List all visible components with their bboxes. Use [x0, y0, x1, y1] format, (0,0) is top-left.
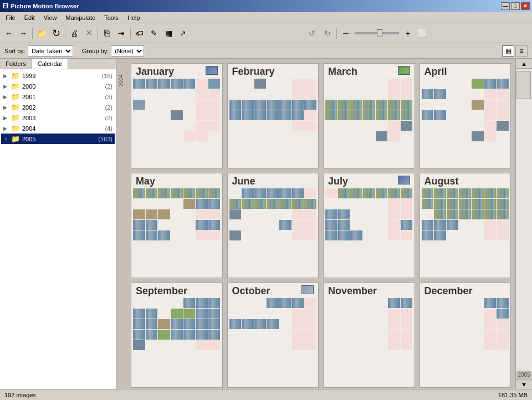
forward-button[interactable]: →: [17, 27, 30, 40]
tab-folders[interactable]: Folders: [0, 59, 32, 69]
file-size: 181.35 MB: [498, 392, 528, 398]
edit-button[interactable]: ✎: [147, 27, 161, 40]
month-june: June: [227, 173, 319, 278]
list-view-button[interactable]: ≡: [515, 45, 528, 57]
folder-count: (2): [105, 83, 112, 90]
move-button[interactable]: ⇥: [115, 27, 128, 40]
month-label-july: July: [328, 176, 348, 187]
folder-name: 2005: [22, 136, 35, 142]
folder-item-2004[interactable]: ▶ 📁 2004 (4): [1, 123, 115, 134]
menu-tools[interactable]: Tools: [101, 14, 122, 22]
menu-edit[interactable]: Edit: [21, 14, 38, 22]
month-label-november: November: [328, 285, 377, 297]
month-january: January: [131, 63, 223, 168]
scroll-down-button[interactable]: ▼: [516, 379, 532, 389]
month-label-may: May: [136, 176, 155, 187]
sort-select[interactable]: Date Taken: [28, 45, 73, 57]
folder-name: 2001: [22, 94, 35, 100]
zoom-out-button[interactable]: —: [339, 27, 352, 40]
rotate-left-button[interactable]: ↺: [305, 27, 319, 40]
menu-manipulate[interactable]: Manipulate: [62, 14, 99, 22]
maximize-button[interactable]: □: [511, 2, 520, 10]
month-label-april: April: [424, 66, 447, 78]
app-title: Picture Motion Browser: [11, 3, 79, 9]
toolbar: ← → 📁 ↻ 🖨 ✕ ⎘ ⇥ 🏷 ✎ ▦ ↗ ↺ ↻ — + ⬜: [0, 23, 532, 43]
print-button[interactable]: 🖨: [68, 27, 81, 40]
month-july: July: [323, 173, 415, 278]
folder-item-2005[interactable]: ▼ 📁 2005 (163): [1, 134, 115, 144]
grid-view-button[interactable]: ▦: [502, 45, 514, 57]
menu-view[interactable]: View: [40, 14, 60, 22]
expand-icon[interactable]: ▶: [3, 115, 9, 121]
expand-icon[interactable]: ▼: [3, 136, 9, 142]
main-layout: Folders Calendar ▶ 📁 1999 (16) ▶ 📁 2000 …: [0, 59, 532, 389]
group-group: Group by: (None): [82, 45, 144, 57]
folder-item-2002[interactable]: ▶ 📁 2002 (2): [1, 102, 115, 112]
filter-bar: Sort by: Date Taken Group by: (None) ▦ ≡: [0, 43, 532, 59]
delete-button[interactable]: ✕: [82, 27, 95, 40]
month-december: December: [420, 283, 511, 388]
calendar-grid: January: [131, 63, 511, 388]
folder-name: 2000: [22, 83, 35, 90]
zoom-in-button[interactable]: +: [401, 27, 415, 40]
copy-button[interactable]: ⎘: [100, 27, 114, 40]
folder-count: (2): [105, 115, 112, 121]
expand-icon[interactable]: ▶: [3, 105, 9, 110]
folder-name: 2004: [22, 125, 35, 132]
expand-icon[interactable]: ▶: [3, 94, 9, 100]
tag-button[interactable]: 🏷: [133, 27, 146, 40]
folder-count: (3): [105, 94, 112, 100]
month-august: August: [420, 173, 511, 278]
expand-icon[interactable]: ▶: [3, 84, 9, 89]
month-october: October: [227, 283, 319, 388]
month-thumb-january[interactable]: [206, 66, 218, 75]
rotate-right-button[interactable]: ↻: [321, 27, 334, 40]
zoom-slider[interactable]: [355, 32, 399, 34]
year-label-2004: 2004: [118, 74, 124, 86]
minimize-button[interactable]: —: [501, 2, 510, 10]
menu-help[interactable]: Help: [124, 14, 144, 22]
expand-icon[interactable]: ▶: [3, 126, 9, 131]
scroll-thumb[interactable]: [516, 71, 531, 99]
tab-calendar[interactable]: Calendar: [32, 59, 69, 69]
folder-count: (4): [105, 125, 112, 132]
folder-count: (2): [105, 104, 112, 111]
group-select[interactable]: (None): [111, 45, 144, 57]
calendar-area: January: [126, 59, 515, 389]
folder-item-2003[interactable]: ▶ 📁 2003 (2): [1, 112, 115, 123]
month-label-august: August: [424, 176, 459, 187]
month-april: April: [420, 63, 511, 168]
close-button[interactable]: ✕: [521, 2, 530, 10]
view-button[interactable]: ▦: [162, 27, 175, 40]
folder-count: (163): [98, 136, 112, 142]
separator4: [130, 28, 131, 39]
folder-item-2000[interactable]: ▶ 📁 2000 (2): [1, 81, 115, 91]
status-bar: 192 images 181.35 MB: [0, 389, 532, 400]
menu-bar: File Edit View Manipulate Tools Help: [0, 12, 532, 23]
folder-item-2001[interactable]: ▶ 📁 2001 (3): [1, 91, 115, 102]
separator3: [98, 28, 98, 39]
export-button[interactable]: ↗: [176, 27, 190, 40]
sort-label: Sort by:: [4, 48, 25, 54]
menu-file[interactable]: File: [2, 14, 19, 22]
separator2: [65, 28, 65, 39]
separator5: [192, 28, 192, 39]
image-count: 192 images: [4, 392, 36, 398]
separator6: [336, 28, 337, 39]
folder-item-1999[interactable]: ▶ 📁 1999 (16): [1, 70, 115, 81]
month-label-october: October: [232, 285, 270, 297]
folder-tree: ▶ 📁 1999 (16) ▶ 📁 2000 (2) ▶ 📁 2001 (3) …: [0, 69, 116, 389]
month-thumb-july[interactable]: [398, 176, 410, 184]
month-thumb-march[interactable]: [398, 66, 410, 75]
expand-icon[interactable]: ▶: [3, 73, 9, 79]
folder-button[interactable]: 📁: [35, 27, 48, 40]
folder-name: 2003: [22, 115, 35, 121]
month-label-june: June: [232, 176, 255, 187]
month-february: February: [227, 63, 319, 168]
fullscreen-button[interactable]: ⬜: [416, 27, 429, 40]
back-button[interactable]: ←: [2, 27, 16, 40]
refresh-button[interactable]: ↻: [49, 27, 63, 40]
calendar-scroll[interactable]: January: [126, 59, 515, 389]
scroll-up-button[interactable]: ▲: [516, 59, 532, 69]
month-thumb-october[interactable]: [301, 285, 314, 294]
